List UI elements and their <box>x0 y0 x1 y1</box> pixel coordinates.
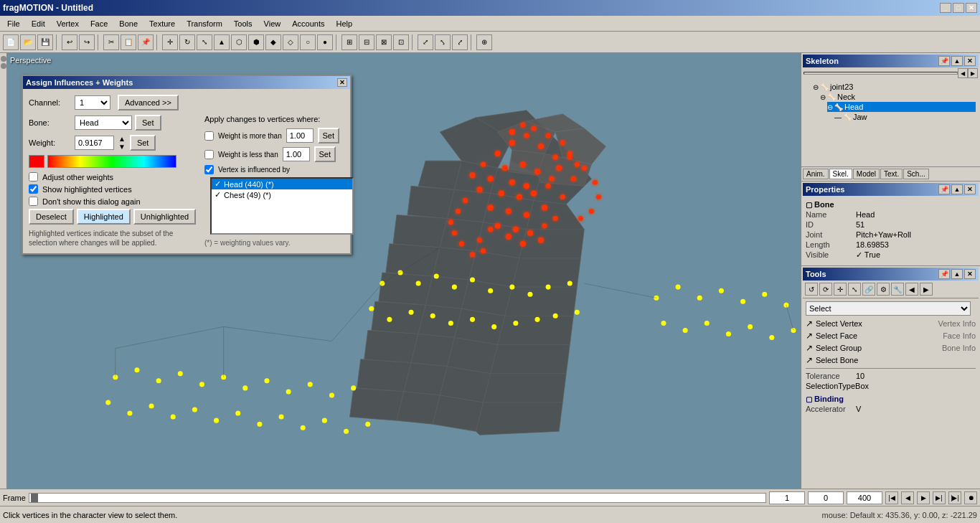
tb-rotate[interactable]: ↻ <box>179 34 195 50</box>
tb-copy[interactable]: 📋 <box>121 34 136 50</box>
weight-spinner[interactable]: ▲▼ <box>118 135 126 151</box>
menu-edit[interactable]: Edit <box>26 18 51 29</box>
adjust-weights-cb[interactable] <box>29 172 38 182</box>
timeline-start[interactable] <box>769 491 805 504</box>
menu-view[interactable]: View <box>258 18 287 29</box>
menu-help[interactable]: Help <box>330 18 358 29</box>
tab-skel[interactable]: Skel. <box>829 169 852 179</box>
weight-less-value[interactable] <box>283 147 310 161</box>
timeline-current[interactable] <box>808 491 844 504</box>
tb-tool5[interactable]: ⬡ <box>231 34 247 50</box>
props-close[interactable]: ✕ <box>964 184 976 194</box>
timeline-track[interactable] <box>29 493 766 503</box>
timeline-thumb[interactable] <box>31 494 38 502</box>
props-expand[interactable]: ▲ <box>951 184 963 194</box>
menu-tools[interactable]: Tools <box>228 18 258 29</box>
skeleton-expand[interactable]: ▲ <box>951 56 963 66</box>
weight-more-set[interactable]: Set <box>318 128 339 143</box>
weight-more-cb[interactable] <box>204 131 214 141</box>
tools-tb-9[interactable]: ▶ <box>920 283 933 296</box>
tb-tool16[interactable]: ⤣ <box>435 34 451 50</box>
tree-jaw[interactable]: — 🦴 Jaw <box>834 112 976 122</box>
unhighlighted-button[interactable]: Unhighlighted <box>133 209 196 225</box>
timeline-next[interactable]: ▶| <box>933 491 946 504</box>
bone-item-head[interactable]: ✓ Head (440) (*) <box>212 179 352 189</box>
close-button[interactable]: ✕ <box>966 3 977 13</box>
tb-tool13[interactable]: ⊠ <box>376 34 392 50</box>
timeline-last[interactable]: |▶| <box>948 491 961 504</box>
maximize-button[interactable]: □ <box>953 3 964 13</box>
tb-tool12[interactable]: ⊟ <box>359 34 374 50</box>
timeline-play[interactable]: ▶ <box>917 491 930 504</box>
menu-accounts[interactable]: Accounts <box>286 18 330 29</box>
bone-set-button[interactable]: Set <box>135 115 161 131</box>
tools-tb-5[interactable]: 🔗 <box>862 283 875 296</box>
weight-less-cb[interactable] <box>204 150 214 159</box>
tb-tool7[interactable]: ◆ <box>265 34 281 50</box>
select-dropdown[interactable]: Select <box>806 301 971 316</box>
weight-less-set[interactable]: Set <box>314 146 336 162</box>
tab-text[interactable]: Text. <box>880 169 903 179</box>
dialog-close-button[interactable]: ✕ <box>337 78 347 87</box>
menu-bone[interactable]: Bone <box>113 18 143 29</box>
tb-tool8[interactable]: ◇ <box>283 34 298 50</box>
tab-anim[interactable]: Anim. <box>803 169 829 179</box>
props-pin[interactable]: 📌 <box>938 184 950 194</box>
tb-scale[interactable]: ⤡ <box>197 34 212 50</box>
tb-paste[interactable]: 📌 <box>138 34 154 50</box>
bone-section-collapse[interactable]: ▢ <box>806 201 812 209</box>
timeline-end[interactable] <box>847 491 882 504</box>
menu-transform[interactable]: Transform <box>181 18 228 29</box>
tools-tb-7[interactable]: 🔧 <box>891 283 904 296</box>
skeleton-pin[interactable]: 📌 <box>938 56 950 66</box>
tools-expand[interactable]: ▲ <box>951 269 963 279</box>
weight-input[interactable] <box>75 136 114 150</box>
show-highlighted-cb[interactable] <box>29 184 38 194</box>
tree-neck[interactable]: ⊖ 🦴 Neck <box>820 92 976 102</box>
viewport[interactable]: Perspective <box>7 53 801 489</box>
timeline-prev[interactable]: ◀ <box>901 491 914 504</box>
tools-tb-8[interactable]: ◀ <box>905 283 918 296</box>
tool-select-group[interactable]: ↗ Select Group Bone Info <box>806 343 976 353</box>
tb-redo[interactable]: ↪ <box>79 34 95 50</box>
tools-tb-2[interactable]: ⟳ <box>819 283 832 296</box>
deselect-button[interactable]: Deselect <box>29 209 74 225</box>
tb-tool6[interactable]: ⬢ <box>248 34 264 50</box>
weight-more-value[interactable] <box>286 128 314 143</box>
menu-face[interactable]: Face <box>85 18 113 29</box>
timeline-first[interactable]: |◀ <box>885 491 898 504</box>
tb-tool11[interactable]: ⊞ <box>341 34 357 50</box>
weight-set-button[interactable]: Set <box>130 135 156 151</box>
tab-sch[interactable]: Sch... <box>903 169 929 179</box>
channel-select[interactable]: 1 <box>75 95 110 110</box>
minimize-button[interactable]: _ <box>940 3 951 13</box>
menu-vertex[interactable]: Vertex <box>51 18 85 29</box>
bone-item-chest[interactable]: ✓ Chest (49) (*) <box>212 189 352 200</box>
highlighted-button[interactable]: Highlighted <box>77 209 131 225</box>
tool-select-bone[interactable]: ↗ Select Bone <box>806 355 976 365</box>
menu-file[interactable]: File <box>1 18 26 29</box>
tools-pin[interactable]: 📌 <box>938 269 950 279</box>
tb-tool14[interactable]: ⊡ <box>393 34 409 50</box>
dont-show-cb[interactable] <box>29 197 38 206</box>
tb-tool10[interactable]: ● <box>317 34 333 50</box>
tools-close[interactable]: ✕ <box>964 269 976 279</box>
tool-select-vertex[interactable]: ↗ Select Vertex Vertex Info <box>806 319 976 329</box>
dialog-title-bar[interactable]: Assign Influences + Weights ✕ <box>23 76 350 89</box>
tool-select-face[interactable]: ↗ Select Face Face Info <box>806 331 976 341</box>
binding-collapse[interactable]: ▢ <box>806 395 812 403</box>
tb-tool18[interactable]: ⊕ <box>476 34 492 50</box>
timeline-record[interactable]: ⏺ <box>964 491 977 504</box>
tb-tool9[interactable]: ○ <box>300 34 316 50</box>
tb-undo[interactable]: ↩ <box>62 34 77 50</box>
tb-tool17[interactable]: ⤤ <box>452 34 468 50</box>
skel-scroll-left[interactable]: ◀ <box>958 68 968 78</box>
tree-head[interactable]: ⊖ 🦴 Head <box>827 102 976 112</box>
skeleton-close[interactable]: ✕ <box>964 56 976 66</box>
tools-tb-1[interactable]: ↺ <box>805 283 818 296</box>
bone-select[interactable]: Head <box>75 116 132 130</box>
tb-new[interactable]: 📄 <box>3 34 19 50</box>
tab-model[interactable]: Model <box>853 169 880 179</box>
vertex-influenced-cb[interactable] <box>204 165 214 174</box>
tb-cut[interactable]: ✂ <box>103 34 119 50</box>
